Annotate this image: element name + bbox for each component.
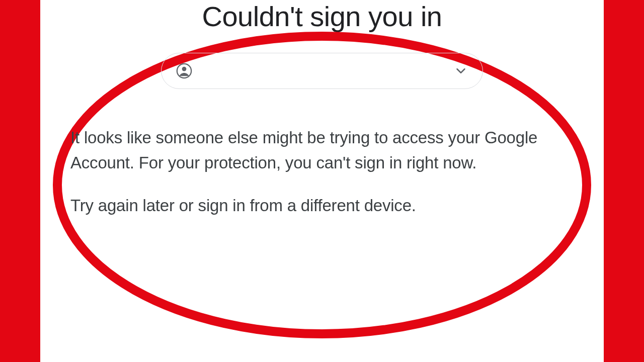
page-title: Couldn't sign you in	[40, 0, 604, 33]
error-message-1: It looks like someone else might be tryi…	[70, 125, 574, 175]
screenshot-stage: Couldn't sign you in It looks li	[0, 0, 644, 362]
error-message-2: Try again later or sign in from a differ…	[70, 193, 574, 218]
account-circle-icon	[176, 62, 193, 79]
account-chip-left	[176, 62, 201, 79]
account-selector-chip[interactable]	[161, 53, 483, 89]
svg-point-1	[182, 67, 187, 71]
error-body: It looks like someone else might be tryi…	[70, 125, 574, 218]
chevron-down-icon	[453, 63, 468, 78]
signin-error-card: Couldn't sign you in It looks li	[40, 0, 604, 362]
